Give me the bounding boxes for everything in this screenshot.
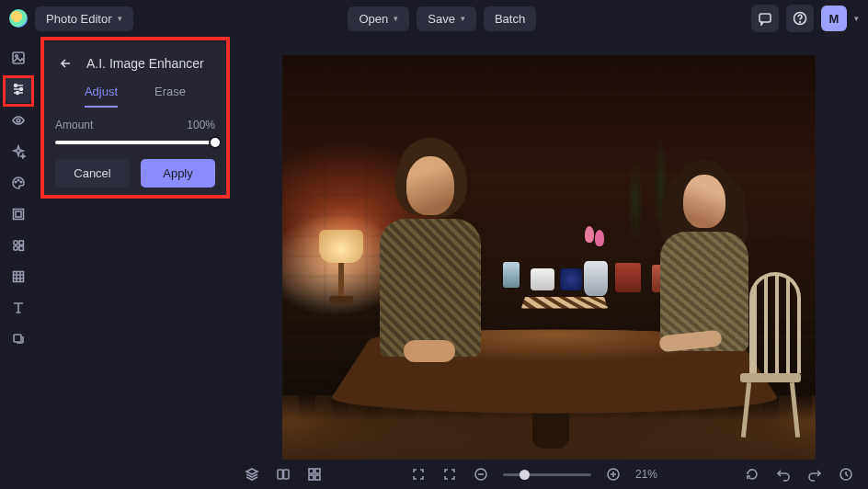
feedback-button[interactable] bbox=[751, 5, 779, 32]
fit-button[interactable] bbox=[440, 465, 459, 483]
photo-preview[interactable] bbox=[282, 55, 816, 460]
frame-icon bbox=[11, 207, 26, 222]
canvas-area: 21% bbox=[230, 37, 868, 489]
svg-point-9 bbox=[15, 181, 17, 183]
left-sidebar bbox=[0, 37, 37, 489]
app-mode-dropdown[interactable]: Photo Editor ▾ bbox=[35, 6, 133, 31]
photo-cup bbox=[531, 268, 554, 290]
fullscreen-button[interactable] bbox=[409, 465, 428, 483]
chevron-down-icon[interactable]: ▾ bbox=[854, 14, 859, 23]
canvas-viewport[interactable] bbox=[230, 37, 868, 460]
rotate-button[interactable] bbox=[743, 465, 761, 483]
svg-rect-21 bbox=[284, 470, 290, 479]
avatar-initial: M bbox=[829, 12, 839, 26]
zoom-out-button[interactable] bbox=[472, 465, 490, 483]
sidebar-texture-tool[interactable] bbox=[5, 263, 32, 290]
sparkle-icon bbox=[11, 144, 26, 159]
rotate-icon bbox=[745, 467, 760, 482]
amount-label: Amount bbox=[55, 119, 93, 131]
batch-button[interactable]: Batch bbox=[484, 6, 536, 31]
history-icon bbox=[839, 467, 853, 482]
history-button[interactable] bbox=[837, 465, 855, 483]
panel-header: A.I. Image Enhancer bbox=[55, 55, 215, 72]
eye-icon bbox=[11, 113, 26, 128]
save-button[interactable]: Save ▾ bbox=[417, 6, 476, 31]
save-label: Save bbox=[428, 12, 455, 26]
svg-point-4 bbox=[16, 55, 18, 58]
svg-rect-20 bbox=[278, 470, 283, 479]
sidebar-palette-tool[interactable] bbox=[5, 169, 32, 197]
svg-rect-15 bbox=[19, 241, 23, 244]
palette-icon bbox=[11, 176, 26, 190]
help-button[interactable] bbox=[786, 5, 814, 32]
tab-adjust[interactable]: Adjust bbox=[85, 85, 118, 108]
app-mode-label: Photo Editor bbox=[46, 12, 112, 26]
chevron-down-icon: ▾ bbox=[118, 14, 122, 23]
chevron-down-icon: ▾ bbox=[394, 14, 398, 23]
compare-icon bbox=[276, 467, 291, 482]
panel-title: A.I. Image Enhancer bbox=[86, 56, 204, 71]
amount-slider-thumb[interactable] bbox=[209, 136, 222, 149]
sidebar-elements-tool[interactable] bbox=[5, 232, 32, 259]
arrow-left-icon bbox=[59, 56, 74, 71]
svg-rect-24 bbox=[309, 475, 314, 480]
amount-slider[interactable] bbox=[55, 141, 215, 144]
open-label: Open bbox=[359, 12, 388, 26]
image-icon bbox=[11, 51, 26, 65]
batch-label: Batch bbox=[495, 12, 525, 26]
photo-glass bbox=[503, 262, 520, 288]
svg-rect-23 bbox=[315, 469, 320, 473]
photo-lamp bbox=[314, 230, 369, 313]
sidebar-image-tool[interactable] bbox=[5, 44, 32, 72]
grid-button[interactable] bbox=[305, 465, 324, 483]
panel-actions: Cancel Apply bbox=[55, 159, 215, 188]
back-button[interactable] bbox=[55, 55, 77, 72]
sidebar-adjust-tool[interactable] bbox=[5, 75, 32, 103]
chat-icon bbox=[758, 11, 772, 26]
compare-button[interactable] bbox=[274, 465, 292, 483]
tab-erase[interactable]: Erase bbox=[154, 85, 186, 108]
shapes-icon bbox=[11, 238, 26, 253]
open-button[interactable]: Open ▾ bbox=[348, 6, 409, 31]
help-icon bbox=[793, 11, 807, 26]
photo-vase bbox=[584, 261, 608, 296]
svg-point-6 bbox=[20, 88, 23, 91]
sidebar-sparkle-tool[interactable] bbox=[5, 138, 32, 165]
layers-icon bbox=[245, 467, 259, 482]
zoom-in-button[interactable] bbox=[604, 465, 622, 483]
zoom-slider-thumb[interactable] bbox=[520, 470, 530, 480]
svg-point-16 bbox=[14, 246, 17, 250]
svg-point-10 bbox=[17, 179, 19, 181]
sidebar-eye-tool[interactable] bbox=[5, 107, 32, 134]
zoom-value: 21% bbox=[635, 468, 657, 481]
svg-point-11 bbox=[20, 181, 22, 183]
amount-value: 100% bbox=[187, 119, 215, 131]
cancel-button[interactable]: Cancel bbox=[55, 159, 130, 188]
sliders-icon bbox=[11, 82, 26, 97]
svg-point-14 bbox=[14, 241, 17, 244]
photo-cup bbox=[560, 268, 582, 290]
svg-rect-22 bbox=[309, 469, 314, 473]
photo-chessboard bbox=[521, 297, 608, 309]
sidebar-layers-tool[interactable] bbox=[5, 325, 32, 353]
ai-enhancer-panel: A.I. Image Enhancer Adjust Erase Amount … bbox=[40, 42, 230, 199]
redo-button[interactable] bbox=[805, 465, 824, 483]
svg-point-7 bbox=[17, 92, 19, 95]
grid-icon bbox=[307, 467, 322, 482]
top-bar: Photo Editor ▾ Open ▾ Save ▾ Batch M ▾ bbox=[0, 0, 868, 37]
main-area: A.I. Image Enhancer Adjust Erase Amount … bbox=[0, 37, 868, 489]
copy-icon bbox=[11, 332, 26, 347]
undo-button[interactable] bbox=[774, 465, 793, 483]
amount-row: Amount 100% bbox=[55, 119, 215, 131]
sidebar-text-tool[interactable] bbox=[5, 294, 32, 322]
texture-icon bbox=[11, 269, 26, 284]
panel-tabs: Adjust Erase bbox=[55, 85, 215, 108]
sidebar-frame-tool[interactable] bbox=[5, 200, 32, 228]
svg-point-2 bbox=[800, 22, 801, 23]
layers-button[interactable] bbox=[243, 465, 261, 483]
zoom-slider[interactable] bbox=[503, 473, 591, 476]
photo-person-left bbox=[361, 156, 499, 404]
apply-button[interactable]: Apply bbox=[141, 159, 215, 188]
user-avatar[interactable]: M bbox=[821, 6, 847, 31]
svg-rect-13 bbox=[16, 211, 21, 217]
